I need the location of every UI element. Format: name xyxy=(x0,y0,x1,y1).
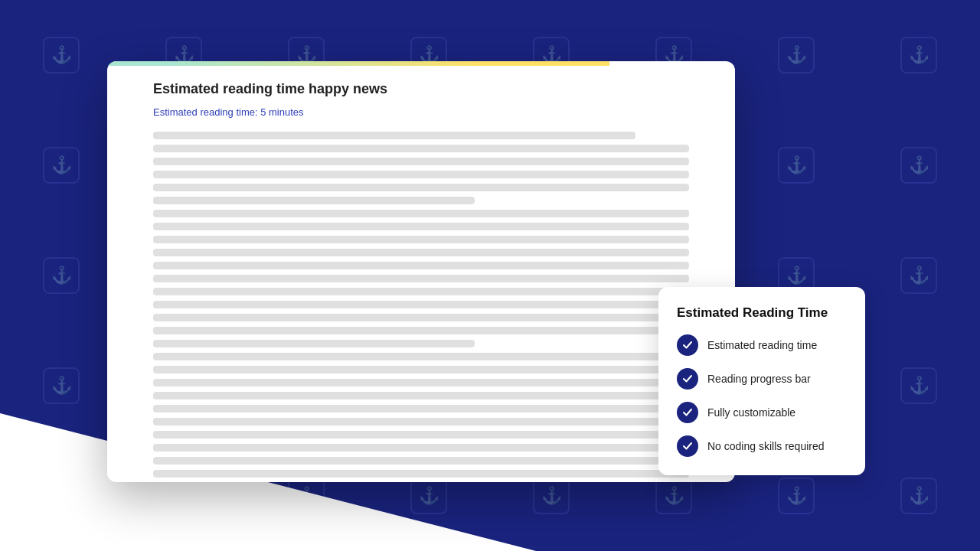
article-text-lines xyxy=(153,132,689,482)
text-line xyxy=(153,249,689,256)
text-line xyxy=(153,470,689,478)
text-line xyxy=(153,210,689,217)
text-line xyxy=(153,353,689,360)
check-icon xyxy=(677,435,698,457)
text-line xyxy=(153,236,689,243)
feature-label: No coding skills required xyxy=(707,440,825,452)
features-list: Estimated reading time Reading progress … xyxy=(677,334,847,457)
feature-item: No coding skills required xyxy=(677,435,847,457)
check-icon xyxy=(677,368,698,390)
text-line xyxy=(153,340,475,347)
anchor-cell: ⚓ xyxy=(0,110,122,220)
text-line xyxy=(153,301,689,308)
anchor-cell: ⚓ xyxy=(0,0,122,110)
text-line xyxy=(153,171,689,178)
info-card: Estimated Reading Time Estimated reading… xyxy=(658,287,865,475)
feature-label: Reading progress bar xyxy=(707,373,811,385)
text-line xyxy=(153,262,689,269)
text-line xyxy=(153,327,689,334)
feature-label: Fully customizable xyxy=(707,406,795,419)
anchor-cell: ⚓ xyxy=(858,331,980,441)
anchor-cell: ⚓ xyxy=(858,0,980,110)
text-line xyxy=(153,184,689,191)
feature-item: Reading progress bar xyxy=(677,368,847,390)
text-line xyxy=(153,444,689,452)
reading-time-link[interactable]: Estimated reading time: 5 minutes xyxy=(153,106,689,118)
anchor-cell: ⚓ xyxy=(735,110,858,220)
text-line xyxy=(153,145,689,152)
check-icon xyxy=(677,402,698,423)
text-line xyxy=(153,275,689,282)
text-line xyxy=(153,223,689,230)
text-line xyxy=(153,457,689,465)
check-icon xyxy=(677,334,698,356)
text-line xyxy=(153,392,689,399)
text-line xyxy=(153,314,689,321)
browser-window: Estimated reading time happy news Estima… xyxy=(107,61,735,482)
anchor-cell: ⚓ xyxy=(858,220,980,331)
feature-item: Fully customizable xyxy=(677,402,847,423)
article-content: Estimated reading time happy news Estima… xyxy=(107,66,735,482)
text-line xyxy=(153,288,689,295)
text-line xyxy=(153,158,689,165)
anchor-cell: ⚓ xyxy=(735,0,858,110)
feature-label: Estimated reading time xyxy=(707,339,817,351)
text-line xyxy=(153,405,689,412)
anchor-cell: ⚓ xyxy=(858,441,980,551)
text-line xyxy=(153,197,475,204)
text-line xyxy=(153,379,689,386)
text-line xyxy=(153,366,689,373)
anchor-cell: ⚓ xyxy=(0,220,122,331)
article-title: Estimated reading time happy news xyxy=(153,81,689,97)
anchor-cell: ⚓ xyxy=(858,110,980,220)
info-card-title: Estimated Reading Time xyxy=(677,305,847,321)
text-line xyxy=(153,418,689,425)
text-line xyxy=(153,431,689,439)
text-line xyxy=(153,132,635,139)
feature-item: Estimated reading time xyxy=(677,334,847,356)
